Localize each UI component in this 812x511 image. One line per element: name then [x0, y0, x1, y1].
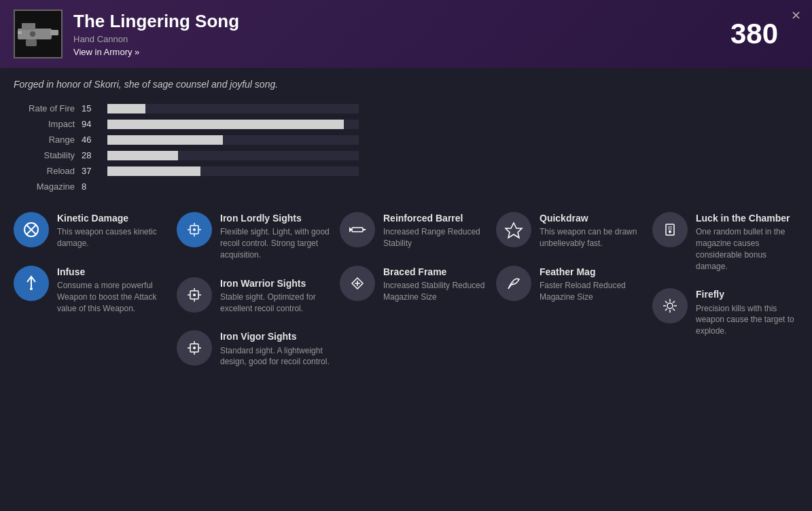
- perk-icon: [177, 277, 212, 313]
- stat-row: Rate of Fire 15: [14, 103, 374, 113]
- stat-bar-fill: [107, 151, 178, 160]
- perk-item: Feather Mag Faster Reload Reduced Magazi…: [496, 266, 646, 303]
- stat-bar-fill: [107, 135, 223, 145]
- perk-name: Quickdraw: [540, 212, 646, 224]
- perk-text: Quickdraw This weapon can be drawn unbel…: [540, 212, 646, 249]
- perk-text: Iron Lordly Sights Flexible sight. Light…: [220, 212, 333, 261]
- perk-desc: Increased Range Reduced Stability: [383, 226, 489, 249]
- perk-desc: One random bullet in the magazine causes…: [696, 226, 795, 272]
- stat-row: Stability 28: [14, 150, 374, 160]
- svg-rect-34: [666, 224, 674, 235]
- weapon-icon: [14, 10, 63, 58]
- perk-name: Braced Frame: [383, 266, 489, 278]
- close-button[interactable]: ✕: [791, 8, 801, 23]
- view-armory-link[interactable]: View in Armory »: [73, 47, 730, 57]
- perk-name: Iron Warrior Sights: [220, 277, 333, 289]
- perk-item: Iron Warrior Sights Stable sight. Optimi…: [177, 277, 333, 315]
- stat-row: Reload 37: [14, 166, 374, 176]
- stat-value: 94: [82, 119, 102, 129]
- perk-text: Luck in the Chamber One random bullet in…: [696, 212, 795, 272]
- stat-value: 46: [82, 135, 102, 145]
- stat-bar: [107, 151, 359, 160]
- perk-column-col5: Luck in the Chamber One random bullet in…: [652, 212, 802, 384]
- stat-value: 37: [82, 166, 102, 176]
- svg-line-45: [673, 301, 675, 303]
- perk-text: Infuse Consume a more powerful Weapon to…: [57, 266, 170, 315]
- perk-name: Infuse: [57, 266, 170, 278]
- svg-line-44: [673, 309, 675, 311]
- perk-icon: [340, 266, 375, 301]
- magazine-label: Magazine: [14, 181, 75, 192]
- stat-bar: [107, 135, 359, 145]
- perk-name: Iron Vigor Sights: [220, 330, 333, 342]
- perk-text: Firefly Precision kills with this weapon…: [696, 288, 795, 337]
- perk-icon: [14, 212, 49, 247]
- stat-bar: [107, 120, 359, 129]
- svg-point-15: [193, 228, 196, 231]
- stat-bar: [107, 104, 359, 113]
- weapon-type: Hand Cannon: [73, 34, 730, 44]
- header-info: The Lingering Song Hand Cannon View in A…: [73, 11, 730, 56]
- perk-item: Infuse Consume a more powerful Weapon to…: [14, 266, 170, 315]
- perk-name: Firefly: [696, 288, 795, 300]
- perk-name: Kinetic Damage: [57, 212, 170, 224]
- weapon-icon-svg: [16, 20, 60, 48]
- perk-desc: Faster Reload Reduced Magazine Size: [540, 280, 646, 303]
- perk-desc: This weapon causes kinetic damage.: [57, 226, 170, 249]
- svg-point-9: [30, 287, 33, 290]
- stats-section: Rate of Fire 15 Impact 94 Range 46 Stabi…: [14, 103, 374, 192]
- perk-desc: Stable sight. Optimized for excellent re…: [220, 292, 333, 315]
- perk-column-col3: Reinforced Barrel Increased Range Reduce…: [340, 212, 496, 384]
- svg-point-4: [30, 31, 35, 37]
- perk-text: Kinetic Damage This weapon causes kineti…: [57, 212, 170, 249]
- svg-line-46: [665, 309, 667, 311]
- svg-marker-32: [506, 223, 522, 238]
- perk-item: Braced Frame Increased Stability Reduced…: [340, 266, 489, 303]
- stat-bar-fill: [107, 166, 200, 176]
- perk-item: Iron Lordly Sights Flexible sight. Light…: [177, 212, 333, 261]
- stat-row: Impact 94: [14, 119, 374, 129]
- stat-value: 28: [82, 150, 102, 160]
- perk-icon: [177, 330, 212, 366]
- perk-text: Braced Frame Increased Stability Reduced…: [383, 266, 489, 303]
- stat-bar: [107, 166, 359, 176]
- power-level: 380: [730, 18, 778, 50]
- perk-icon: [652, 288, 688, 323]
- perk-icon: [496, 266, 531, 301]
- perk-text: Iron Warrior Sights Stable sight. Optimi…: [220, 277, 333, 315]
- stat-label: Range: [14, 135, 75, 145]
- svg-rect-3: [26, 39, 37, 46]
- stat-label: Reload: [14, 166, 75, 176]
- magazine-row: Magazine 8: [14, 181, 374, 192]
- svg-point-21: [193, 294, 196, 296]
- svg-rect-1: [22, 23, 35, 30]
- perk-desc: Consume a more powerful Weapon to boost …: [57, 280, 170, 314]
- stat-label: Impact: [14, 119, 75, 129]
- stat-bar-fill: [107, 104, 145, 113]
- svg-rect-5: [18, 31, 22, 34]
- perk-name: Luck in the Chamber: [696, 212, 795, 224]
- perk-desc: Increased Stability Reduced Magazine Siz…: [383, 280, 489, 303]
- perk-text: Feather Mag Faster Reload Reduced Magazi…: [540, 266, 646, 303]
- main-content: Forged in honor of Skorri, she of sage c…: [0, 68, 812, 395]
- weapon-name: The Lingering Song: [73, 11, 730, 32]
- perk-item: Firefly Precision kills with this weapon…: [652, 288, 795, 337]
- perk-icon: [652, 212, 688, 247]
- perk-item: Iron Vigor Sights Standard sight. A ligh…: [177, 330, 333, 368]
- perk-name: Reinforced Barrel: [383, 212, 489, 224]
- flavor-text: Forged in honor of Skorri, she of sage c…: [14, 79, 798, 90]
- stat-label: Stability: [14, 150, 75, 160]
- svg-rect-2: [50, 30, 58, 35]
- svg-rect-28: [352, 228, 363, 232]
- perk-column-col1: Kinetic Damage This weapon causes kineti…: [14, 212, 177, 384]
- stat-bar-fill: [107, 120, 344, 129]
- perk-desc: Standard sight. A lightweight design, go…: [220, 345, 333, 368]
- perk-item: Quickdraw This weapon can be drawn unbel…: [496, 212, 646, 249]
- perk-icon: [14, 266, 49, 301]
- perks-grid: Kinetic Damage This weapon causes kineti…: [14, 212, 798, 384]
- perk-name: Iron Lordly Sights: [220, 212, 333, 224]
- svg-point-37: [669, 230, 671, 233]
- perk-item: Reinforced Barrel Increased Range Reduce…: [340, 212, 489, 249]
- perk-desc: Precision kills with this weapon cause t…: [696, 303, 795, 337]
- perk-item: Luck in the Chamber One random bullet in…: [652, 212, 795, 272]
